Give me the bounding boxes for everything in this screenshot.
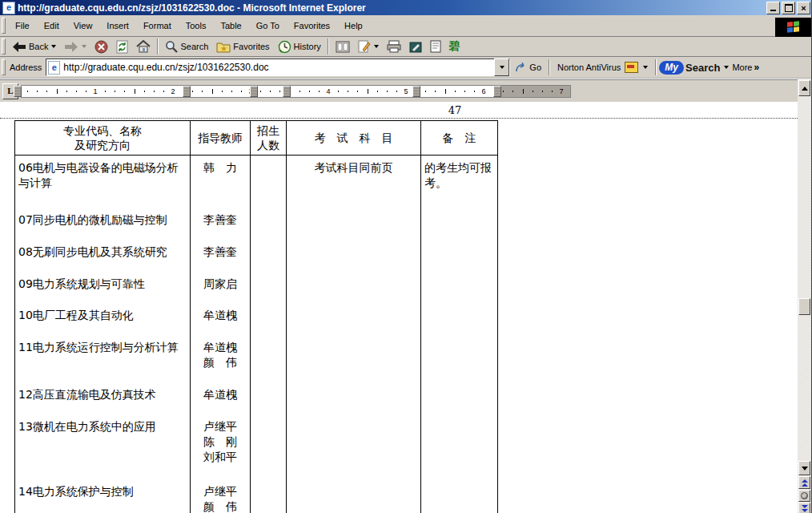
history-button[interactable]: History — [274, 38, 325, 55]
menubar-grip[interactable] — [2, 18, 6, 34]
edit-dropdown-icon[interactable] — [374, 45, 379, 48]
scroll-down-button[interactable] — [798, 461, 810, 475]
menu-favorites[interactable]: Favorites — [287, 18, 337, 33]
bi-plugin-button[interactable]: 碧 — [445, 38, 464, 55]
table-column-marker[interactable] — [493, 86, 501, 97]
address-input[interactable] — [63, 60, 494, 75]
menu-edit[interactable]: Edit — [37, 18, 66, 33]
menu-bar: FileEditViewInsertFormatToolsTableGo ToF… — [0, 15, 812, 37]
toolbar-grip[interactable] — [2, 38, 6, 55]
vertical-scrollbar[interactable] — [798, 79, 811, 513]
edit-page-icon — [358, 40, 371, 53]
ruler-number: 7 — [557, 87, 566, 95]
cell-specialty: 07同步电机的微机励磁与控制 — [14, 208, 191, 240]
cell-quota — [251, 479, 287, 513]
table-column-marker[interactable] — [14, 86, 22, 97]
ruler: L 1234567 — [0, 79, 798, 102]
address-dropdown-button[interactable] — [494, 59, 509, 76]
cell-note — [421, 382, 498, 414]
table-row: 12高压直流输电及仿真技术牟道槐 — [14, 382, 498, 414]
back-label: Back — [29, 42, 48, 51]
back-button[interactable]: Back — [8, 38, 60, 55]
cell-quota — [251, 335, 287, 382]
scroll-up-button[interactable] — [798, 80, 810, 96]
document-area: 47 专业代码、名称及研究方向指导教师招生人数考 试 科 目备 注06电机与电器… — [0, 102, 798, 513]
menu-file[interactable]: File — [8, 18, 37, 33]
favorites-label: Favorites — [233, 42, 269, 51]
header-cell-exam: 考 试 科 目 — [287, 121, 421, 155]
table-row: 07同步电机的微机励磁与控制李善奎 — [14, 208, 498, 240]
edit-button[interactable] — [354, 38, 383, 55]
menu-table[interactable]: Table — [213, 18, 248, 33]
history-icon — [278, 40, 291, 54]
cell-quota — [251, 240, 287, 272]
title-bar: e http://graduate.cqu.edu.cn/zsjz/103162… — [0, 0, 812, 15]
go-arrow-icon — [515, 62, 527, 73]
menu-help[interactable]: Help — [337, 18, 370, 33]
maximize-icon — [785, 4, 793, 12]
menu-items: FileEditViewInsertFormatToolsTableGo ToF… — [8, 18, 370, 33]
address-label: Address — [10, 63, 42, 72]
cell-note — [421, 303, 498, 335]
more-button[interactable]: More » — [729, 63, 762, 72]
cell-exam — [287, 303, 421, 335]
next-page-button[interactable] — [798, 503, 810, 513]
forward-button[interactable] — [60, 38, 90, 55]
addressbar-grip[interactable] — [2, 59, 6, 75]
table-column-marker[interactable] — [183, 86, 191, 97]
cell-exam — [287, 240, 421, 272]
back-arrow-icon — [12, 42, 26, 52]
address-bar: Address e Go Norton AntiVirus My Search — [0, 57, 812, 79]
discuss-button[interactable] — [426, 38, 445, 55]
back-dropdown-icon[interactable] — [51, 45, 56, 48]
stop-button[interactable] — [90, 38, 112, 55]
minimize-icon — [770, 10, 776, 11]
mysearch-button[interactable]: My Search — [659, 61, 729, 75]
table-row: 11电力系统运行控制与分析计算牟道槐颜 伟 — [14, 335, 498, 382]
mysearch-logo-my: My — [659, 61, 684, 75]
cell-exam — [287, 272, 421, 303]
toolbar-separator-2 — [328, 38, 329, 55]
table-column-marker[interactable] — [283, 86, 291, 97]
close-button[interactable]: × — [797, 2, 810, 14]
windows-logo-throbber — [775, 18, 811, 37]
menu-format[interactable]: Format — [136, 18, 179, 33]
menu-go-to[interactable]: Go To — [249, 18, 287, 33]
minimize-button[interactable] — [766, 2, 780, 14]
table-column-marker[interactable] — [250, 86, 258, 97]
cell-specialty: 10电厂工程及其自动化 — [14, 303, 191, 335]
home-button[interactable] — [132, 38, 155, 55]
norton-antivirus-button[interactable]: Norton AntiVirus — [553, 62, 653, 73]
menu-insert[interactable]: Insert — [99, 18, 136, 33]
norton-dropdown-icon[interactable] — [643, 66, 648, 69]
edit-with-word-button[interactable] — [405, 38, 426, 55]
print-button[interactable] — [383, 38, 405, 55]
forward-dropdown-icon[interactable] — [82, 45, 86, 48]
cell-note — [421, 208, 498, 240]
arrow-up-icon — [802, 87, 808, 91]
select-browse-object-button[interactable] — [798, 490, 810, 502]
previous-page-button[interactable] — [798, 476, 810, 489]
svg-text:★: ★ — [220, 44, 227, 53]
go-button[interactable]: Go — [510, 62, 546, 73]
cell-teachers: 牟道槐 — [191, 303, 251, 335]
search-label: Search — [180, 42, 208, 51]
maximize-button[interactable] — [782, 2, 795, 14]
address-combo: e — [46, 59, 510, 76]
header-cell-quota: 招生人数 — [251, 121, 287, 155]
menu-tools[interactable]: Tools — [179, 18, 214, 33]
cell-exam — [287, 208, 421, 240]
cell-quota — [251, 272, 287, 303]
favorites-button[interactable]: ★ Favorites — [212, 38, 273, 55]
cell-specialty: 13微机在电力系统中的应用 — [14, 414, 191, 479]
double-arrow-down-icon — [802, 505, 808, 508]
cell-teachers: 牟道槐 — [191, 382, 251, 414]
address-separator-2 — [655, 59, 657, 75]
menu-view[interactable]: View — [66, 18, 100, 33]
scroll-thumb[interactable] — [798, 298, 810, 315]
refresh-button[interactable] — [112, 38, 132, 55]
search-button[interactable]: Search — [161, 38, 212, 55]
window-title: http://graduate.cqu.edu.cn/zsjz/10316225… — [18, 2, 765, 14]
mail-button[interactable] — [332, 38, 354, 55]
table-column-marker[interactable] — [412, 86, 420, 97]
